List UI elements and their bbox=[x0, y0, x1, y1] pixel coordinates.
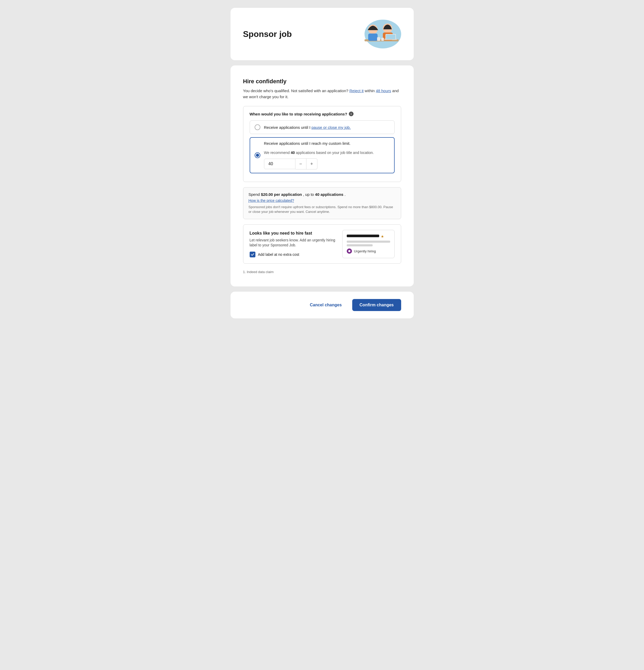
confirm-button[interactable]: Confirm changes bbox=[352, 299, 401, 311]
radio-option-pause[interactable]: Receive applications until I pause or cl… bbox=[250, 120, 395, 134]
footer-card: Cancel changes Confirm changes bbox=[231, 292, 414, 318]
radio-label-pause: Receive applications until I pause or cl… bbox=[264, 125, 351, 130]
urgently-hiring-badge-text: Urgently hiring bbox=[354, 249, 376, 253]
pricing-box: Spend $20.00 per application , up to 40 … bbox=[243, 187, 401, 219]
section-title: Hire confidently bbox=[243, 78, 401, 85]
checkbox-row: Add label at no extra cost bbox=[250, 252, 336, 257]
header-card: Sponsor job bbox=[231, 8, 414, 60]
urgently-hiring-badge: Urgently hiring bbox=[347, 249, 390, 254]
radio-label-custom: Receive applications until I reach my cu… bbox=[264, 141, 351, 146]
price-description: Sponsored jobs don't require upfront fee… bbox=[249, 205, 396, 214]
add-label-checkbox[interactable] bbox=[250, 252, 256, 257]
header-illustration bbox=[354, 18, 401, 50]
svg-rect-9 bbox=[377, 37, 380, 41]
info-icon[interactable]: i bbox=[349, 111, 354, 116]
preview-line-2 bbox=[347, 244, 373, 246]
urgent-description: Let relevant job seekers know. Add an ur… bbox=[250, 238, 336, 248]
custom-limit-body: We recommend 40 applications based on yo… bbox=[264, 149, 389, 170]
radio-circle-custom bbox=[255, 152, 260, 158]
48hours-link[interactable]: 48 hours bbox=[376, 89, 391, 93]
page-title: Sponsor job bbox=[243, 29, 292, 39]
svg-rect-10 bbox=[381, 38, 384, 41]
decrement-button[interactable]: − bbox=[296, 158, 306, 170]
stop-applications-panel: When would you like to stop receiving ap… bbox=[243, 106, 401, 182]
svg-rect-3 bbox=[368, 34, 378, 41]
radio-circle-pause bbox=[255, 124, 260, 130]
price-calc-link[interactable]: How is the price calculated? bbox=[249, 199, 294, 203]
checkbox-label: Add label at no extra cost bbox=[258, 252, 299, 257]
footnote: 1. Indeed data claim bbox=[243, 270, 401, 274]
price-main-text: Spend $20.00 per application , up to 40 … bbox=[249, 192, 396, 197]
svg-rect-8 bbox=[386, 35, 395, 39]
preview-line-1 bbox=[347, 241, 390, 243]
main-content-card: Hire confidently You decide who's qualif… bbox=[231, 65, 414, 286]
star-icon: ★ bbox=[381, 234, 384, 239]
number-input-row: − + bbox=[264, 158, 389, 170]
panel-title: When would you like to stop receiving ap… bbox=[250, 111, 395, 116]
reject-link[interactable]: Reject it bbox=[350, 89, 364, 93]
preview-title-bar bbox=[347, 234, 380, 237]
pause-close-link[interactable]: pause or close my job. bbox=[311, 125, 351, 130]
increment-button[interactable]: + bbox=[306, 158, 317, 170]
urgently-hiring-icon bbox=[347, 249, 352, 254]
applications-input[interactable] bbox=[264, 159, 296, 169]
job-preview-card: ★ Urgently hiring bbox=[342, 230, 395, 258]
radio-option-custom[interactable]: Receive applications until I reach my cu… bbox=[250, 137, 395, 173]
urgent-title: Looks like you need to hire fast bbox=[250, 231, 336, 236]
checkmark-icon bbox=[251, 253, 255, 256]
recommend-text: We recommend 40 applications based on yo… bbox=[264, 150, 389, 155]
urgently-hiring-panel: Looks like you need to hire fast Let rel… bbox=[243, 224, 401, 264]
section-description: You decide who's qualified. Not satisfie… bbox=[243, 88, 401, 100]
cancel-button[interactable]: Cancel changes bbox=[304, 299, 348, 311]
